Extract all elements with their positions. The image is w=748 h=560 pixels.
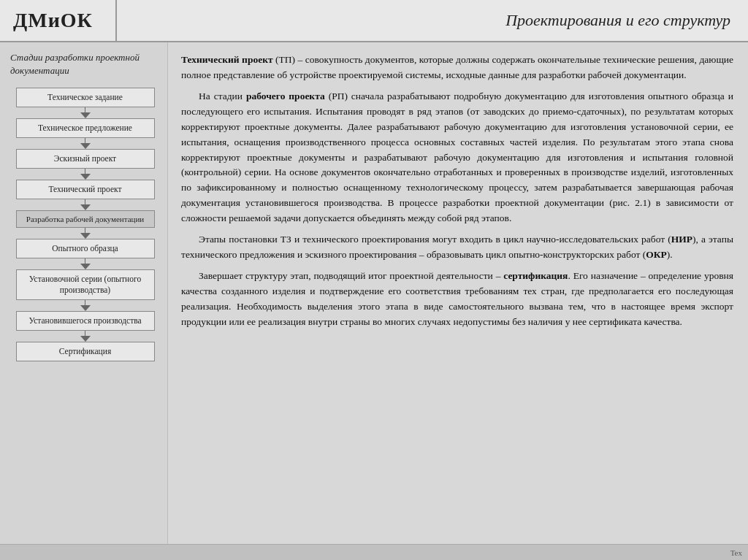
logo-text: ДМиОК <box>13 9 93 32</box>
main-content-area: Стадии разработки проектной документации… <box>0 42 748 544</box>
sidebar: Стадии разработки проектной документации… <box>0 42 168 544</box>
flow-arrow-4 <box>80 204 91 210</box>
flow-line-8 <box>85 331 85 336</box>
p3-text-3: ). <box>667 249 673 260</box>
p2-bold-1: рабочего проекта <box>246 91 325 101</box>
flow-arrow-3 <box>80 174 91 180</box>
flow-line-7 <box>85 300 85 305</box>
paragraph-3: Этапы постановки ТЗ и технического проек… <box>181 232 733 263</box>
p2-text-1: На стадии <box>199 91 246 101</box>
flow-box-us: Установочной серии (опытного производств… <box>16 269 155 300</box>
flow-connector-6 <box>80 258 91 269</box>
p4-text-1: Завершает структуру этап, подводящий ито… <box>199 270 503 281</box>
flow-arrow-6 <box>80 264 91 269</box>
flow-line-3 <box>85 169 85 174</box>
footer-text: Tex <box>730 548 742 557</box>
flow-box-cert: Сертификация <box>16 342 155 361</box>
flow-connector-1 <box>80 107 91 118</box>
sidebar-title: Стадии разработки проектной документации <box>10 51 160 77</box>
flow-box-uprod: Установившегося производства <box>16 311 155 331</box>
flow-connector-5 <box>80 228 91 239</box>
flow-box-tehproj: Технический проект <box>16 180 155 199</box>
flow-connector-7 <box>80 300 91 311</box>
flow-arrow-1 <box>80 112 91 118</box>
p3-bold-nir: НИР <box>671 234 692 245</box>
p4-bold-cert: сертификация <box>503 270 568 281</box>
flow-arrow-2 <box>80 143 91 149</box>
header-logo: ДМиОК <box>0 0 117 41</box>
header: ДМиОК Проектирования и его структур <box>0 0 748 42</box>
flow-line-4 <box>85 199 85 204</box>
flow-box-tz: Техническое задание <box>16 88 155 107</box>
paragraph-2: На стадии рабочего проекта (РП) сначала … <box>181 89 733 226</box>
flow-connector-2 <box>80 138 91 149</box>
flow-connector-4 <box>80 199 91 210</box>
flow-arrow-8 <box>80 336 91 342</box>
flow-box-tp: Техническое предложение <box>16 118 155 138</box>
flow-connector-3 <box>80 169 91 180</box>
flow-arrow-5 <box>80 233 91 239</box>
header-title-text: Проектирования и его структур <box>505 11 730 30</box>
flow-line-1 <box>85 107 85 112</box>
p3-text-1: Этапы постановки ТЗ и технического проек… <box>199 234 671 245</box>
paragraph-4: Завершает структуру этап, подводящий ито… <box>181 269 733 330</box>
flow-line-6 <box>85 258 85 264</box>
flow-line-5 <box>85 228 85 233</box>
paragraph-1: Технический проект (ТП) – совокупность д… <box>181 53 733 83</box>
flow-chart: Техническое задание Техническое предложе… <box>10 88 160 361</box>
p3-bold-okr: ОКР <box>646 249 667 260</box>
flow-box-rrd: Разработка рабочей документации <box>16 210 155 228</box>
footer-bar: Tex <box>0 544 748 560</box>
flow-box-ep: Эскизный проект <box>16 149 155 169</box>
p2-text-2: (РП) сначала разрабатывают подробную док… <box>181 91 733 223</box>
flow-line-2 <box>85 138 85 143</box>
flow-connector-8 <box>80 331 91 342</box>
content-area: Технический проект (ТП) – совокупность д… <box>168 42 748 544</box>
flow-arrow-7 <box>80 305 91 311</box>
flow-box-oo: Опытного образца <box>16 239 155 258</box>
p1-bold-1: Технический проект <box>181 54 273 65</box>
header-title-area: Проектирования и его структур <box>117 0 748 41</box>
